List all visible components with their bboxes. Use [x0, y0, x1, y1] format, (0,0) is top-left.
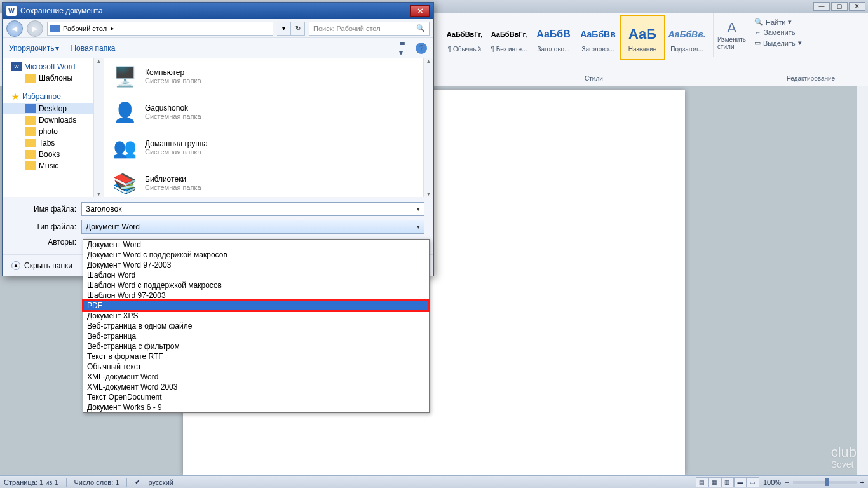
zoom-in[interactable]: + [860, 478, 864, 486]
filetype-option[interactable]: Документ Word с поддержкой макросов [83, 250, 429, 260]
filetype-option[interactable]: PDF [83, 301, 429, 311]
tree-item[interactable]: Desktop [3, 103, 104, 114]
zoom-slider[interactable] [793, 481, 857, 484]
style-item[interactable]: АаБНазвание [620, 15, 665, 60]
dialog-close-button[interactable]: ✕ [410, 5, 430, 17]
dialog-title: Сохранение документа [20, 6, 103, 15]
replace-icon: ↔ [754, 29, 761, 36]
filetype-option[interactable]: Шаблон Word [83, 270, 429, 280]
tree-templates[interactable]: Шаблоны [3, 72, 104, 84]
zoom-out[interactable]: − [785, 478, 789, 486]
filetype-option[interactable]: XML-документ Word [83, 372, 429, 382]
change-styles-label: Изменить стили [717, 36, 746, 50]
editing-group-label: Редактирование [787, 75, 835, 82]
filetype-option[interactable]: Веб-страница с фильтром [83, 341, 429, 351]
authors-label: Авторы: [11, 238, 81, 247]
address-bar[interactable]: Рабочий стол ▸ [47, 22, 273, 36]
status-bar: Страница: 1 из 1 Число слов: 1 ✔ русский… [0, 475, 868, 488]
folder-tree[interactable]: WMicrosoft Word Шаблоны ★Избранное Deskt… [3, 58, 104, 197]
filetype-label: Тип файла: [11, 222, 81, 231]
tree-item[interactable]: photo [3, 126, 104, 137]
scroll-up[interactable]: ▲ [97, 58, 102, 64]
filetype-option[interactable]: Шаблон Word 97-2003 [83, 290, 429, 301]
language-icon: ✔ [135, 478, 140, 486]
filetype-option[interactable]: Обычный текст [83, 362, 429, 372]
search-input[interactable]: Поиск: Рабочий стол 🔍 [309, 22, 430, 36]
help-button[interactable]: ? [416, 43, 427, 54]
filetype-option[interactable]: Документ Works 6 - 9 [83, 402, 429, 412]
tree-item[interactable]: Music [3, 160, 104, 172]
styles-group-label: Стили [585, 75, 603, 82]
tree-item[interactable]: Books [3, 149, 104, 160]
filetype-combo[interactable]: Документ Word▾ [81, 220, 424, 234]
status-language[interactable]: русский [148, 478, 173, 486]
filetype-dropdown-list[interactable]: Документ WordДокумент Word с поддержкой … [83, 239, 430, 413]
tree-msword[interactable]: WMicrosoft Word [3, 61, 104, 72]
style-item[interactable]: АаБбВв.Подзагол... [665, 15, 709, 60]
hide-folders-button[interactable]: Скрыть папки [24, 261, 72, 270]
scroll-up[interactable]: ▲ [426, 58, 431, 64]
filetype-option[interactable]: Документ Word 97-2003 [83, 260, 429, 270]
status-page[interactable]: Страница: 1 из 1 [4, 478, 58, 486]
scroll-down[interactable]: ▼ [426, 191, 431, 197]
filetype-option[interactable]: XML-документ Word 2003 [83, 382, 429, 392]
dialog-titlebar[interactable]: W Сохранение документа ✕ [3, 3, 433, 19]
replace-button[interactable]: ↔Заменить [754, 27, 810, 37]
hide-folders-chevron[interactable]: ▲ [11, 261, 20, 270]
search-icon: 🔍 [416, 24, 425, 32]
tree-item[interactable]: Tabs [3, 137, 104, 149]
nav-back-button[interactable]: ◄ [6, 20, 23, 37]
word-icon: W [6, 6, 17, 16]
filetype-option[interactable]: Текст в формате RTF [83, 351, 429, 362]
style-item[interactable]: АаБбВвЗаголово... [576, 15, 620, 60]
refresh-button[interactable]: ↻ [291, 22, 305, 36]
filetype-option[interactable]: Веб-страница [83, 331, 429, 341]
filetype-option[interactable]: Текст OpenDocument [83, 392, 429, 402]
view-buttons[interactable]: ▤▦▥▬▭ [696, 477, 759, 487]
save-dialog: W Сохранение документа ✕ ◄ ► Рабочий сто… [2, 2, 434, 276]
filename-label: Имя файла: [11, 205, 81, 214]
file-item[interactable]: 👥Домашняя группаСистемная папка [104, 130, 433, 165]
zoom-level[interactable]: 100% [763, 478, 781, 486]
style-item[interactable]: АаБбВвГг,¶ Без инте... [487, 15, 531, 60]
vertical-ruler[interactable] [857, 86, 868, 475]
change-styles-icon: A [727, 20, 736, 36]
new-folder-button[interactable]: Новая папка [71, 44, 115, 53]
nav-forward-button[interactable]: ► [27, 20, 43, 37]
address-dropdown[interactable]: ▾ [277, 22, 291, 36]
style-item[interactable]: АаБбВвГг,¶ Обычный [442, 15, 487, 60]
view-options-button[interactable]: ≣ ▾ [399, 43, 410, 54]
tree-item[interactable]: Downloads [3, 114, 104, 126]
file-item[interactable]: 🖥️КомпьютерСистемная папка [104, 58, 433, 94]
style-item[interactable]: АаБбВЗаголово... [531, 15, 576, 60]
filename-input[interactable]: Заголовок▾ [81, 202, 424, 216]
dialog-toolbar: Упорядочить ▾ Новая папка ≣ ▾ ? [3, 38, 433, 58]
dialog-nav: ◄ ► Рабочий стол ▸ ▾↻ Поиск: Рабочий сто… [3, 19, 433, 38]
change-styles-button[interactable]: A Изменить стили [713, 13, 750, 57]
filetype-option[interactable]: Веб-страница в одном файле [83, 321, 429, 331]
watermark: clubSovet [831, 447, 857, 469]
find-icon: 🔍 [754, 18, 763, 26]
find-button[interactable]: 🔍Найти ▾ [754, 17, 810, 27]
file-list[interactable]: 🖥️КомпьютерСистемная папка👤GagushonokСис… [104, 58, 433, 197]
status-words[interactable]: Число слов: 1 [74, 478, 119, 486]
file-item[interactable]: 📚БиблиотекиСистемная папка [104, 165, 433, 197]
maximize-button[interactable]: ▢ [831, 2, 848, 11]
organize-button[interactable]: Упорядочить ▾ [9, 44, 59, 53]
file-item[interactable]: 👤GagushonokСистемная папка [104, 94, 433, 130]
close-button[interactable]: ✕ [849, 2, 865, 11]
select-button[interactable]: ▭Выделить ▾ [754, 37, 810, 48]
filetype-option[interactable]: Документ Word [83, 240, 429, 250]
filetype-option[interactable]: Документ XPS [83, 311, 429, 321]
editing-group: 🔍Найти ▾ ↔Заменить ▭Выделить ▾ [750, 13, 813, 52]
styles-gallery[interactable]: АаБбВвГг,¶ ОбычныйАаБбВвГг,¶ Без инте...… [438, 13, 713, 60]
minimize-button[interactable]: — [813, 2, 830, 11]
scroll-down[interactable]: ▼ [97, 191, 102, 197]
tree-favorites[interactable]: ★Избранное [3, 90, 104, 103]
select-icon: ▭ [754, 39, 761, 47]
filetype-option[interactable]: Шаблон Word с поддержкой макросов [83, 280, 429, 290]
desktop-icon [50, 25, 60, 32]
